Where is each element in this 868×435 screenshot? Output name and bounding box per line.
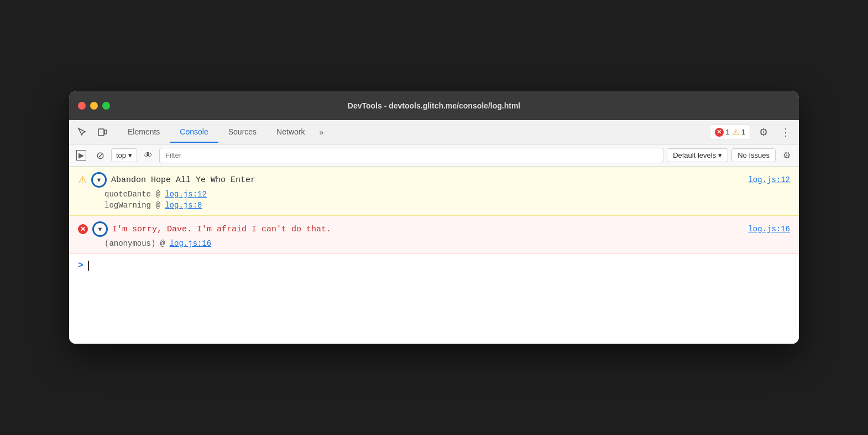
expand-arrow-icon: ▼ xyxy=(96,177,102,183)
svg-rect-1 xyxy=(104,130,107,134)
maximize-button[interactable] xyxy=(102,102,110,110)
error-source-link[interactable]: log.js:16 xyxy=(748,225,790,234)
eye-icon: 👁 xyxy=(144,151,153,160)
warning-message: Abandon Hope All Ye Who Enter xyxy=(111,175,255,185)
tab-sources[interactable]: Sources xyxy=(218,122,266,143)
window-title: DevTools - devtools.glitch.me/console/lo… xyxy=(348,101,520,110)
error-main-left: ✕ ▼ I'm sorry, Dave. I'm afraid I can't … xyxy=(78,221,331,237)
log-levels-selector[interactable]: Default levels ▾ xyxy=(667,148,728,162)
error-message: I'm sorry, Dave. I'm afraid I can't do t… xyxy=(112,225,331,234)
error-stack-line-1: (anonymous) @ log.js:16 xyxy=(78,239,790,248)
error-icon: ✕ xyxy=(715,128,724,137)
dropdown-arrow-icon: ▾ xyxy=(128,151,132,159)
tab-more-button[interactable]: » xyxy=(315,122,328,142)
tabbar-right: ✕ 1 ⚠ 1 ⚙ ⋮ xyxy=(710,123,794,141)
console-toolbar: ▶ ⊘ top ▾ 👁 Default levels ▾ No Issues ⚙ xyxy=(69,144,799,167)
device-icon xyxy=(97,127,107,137)
clear-console-button[interactable]: ⊘ xyxy=(92,148,108,163)
tab-console[interactable]: Console xyxy=(170,122,218,143)
warning-main-left: ⚠ ▼ Abandon Hope All Ye Who Enter xyxy=(78,172,255,188)
console-settings-icon: ⚙ xyxy=(783,150,791,160)
error-expand-button[interactable]: ▼ xyxy=(92,221,108,237)
tab-bar: Elements Console Sources Network » ✕ 1 ⚠… xyxy=(69,120,799,144)
execute-context-button[interactable]: ▶ xyxy=(74,148,89,163)
svg-rect-0 xyxy=(98,129,104,136)
warning-stack-line-1: quoteDante @ log.js:12 xyxy=(78,190,790,199)
error-stack-link-1[interactable]: log.js:16 xyxy=(170,239,212,248)
warning-stack-link-1[interactable]: log.js:12 xyxy=(165,190,207,199)
context-selector[interactable]: top ▾ xyxy=(111,148,137,162)
tab-network[interactable]: Network xyxy=(266,122,315,143)
device-toggle-button[interactable] xyxy=(93,123,111,141)
warning-expand-button[interactable]: ▼ xyxy=(91,172,107,188)
error-log-row: ✕ ▼ I'm sorry, Dave. I'm afraid I can't … xyxy=(69,216,799,254)
tabs-container: Elements Console Sources Network » xyxy=(118,122,710,143)
error-circle-icon: ✕ xyxy=(78,224,88,234)
error-main-line: ✕ ▼ I'm sorry, Dave. I'm afraid I can't … xyxy=(78,221,790,237)
clear-icon: ⊘ xyxy=(96,149,104,162)
warning-triangle-icon: ⚠ xyxy=(78,174,87,186)
close-button[interactable] xyxy=(78,102,86,110)
inspect-icon xyxy=(77,127,87,137)
console-content: ⚠ ▼ Abandon Hope All Ye Who Enter log.js… xyxy=(69,167,799,344)
filter-input[interactable] xyxy=(159,148,663,163)
console-settings-button[interactable]: ⚙ xyxy=(779,148,794,163)
traffic-lights xyxy=(78,102,110,110)
error-warning-badge[interactable]: ✕ 1 ⚠ 1 xyxy=(710,125,750,140)
tabbar-icons xyxy=(74,123,111,141)
warning-stack-link-2[interactable]: log.js:8 xyxy=(165,201,202,210)
console-input-row[interactable]: > xyxy=(69,254,799,277)
live-expressions-button[interactable]: 👁 xyxy=(140,148,156,163)
input-prompt: > xyxy=(78,261,83,271)
error-expand-arrow-icon: ▼ xyxy=(97,226,103,232)
warning-triangle-icon: ⚠ xyxy=(732,127,739,137)
play-icon: ▶ xyxy=(76,150,86,160)
warning-main-line: ⚠ ▼ Abandon Hope All Ye Who Enter log.js… xyxy=(78,172,790,188)
warning-source-link[interactable]: log.js:12 xyxy=(748,175,790,184)
inspect-element-button[interactable] xyxy=(74,123,91,141)
warning-stack-line-2: logWarning @ log.js:8 xyxy=(78,201,790,210)
minimize-button[interactable] xyxy=(90,102,98,110)
titlebar: DevTools - devtools.glitch.me/console/lo… xyxy=(69,91,799,120)
levels-dropdown-icon: ▾ xyxy=(718,151,722,159)
input-cursor xyxy=(88,261,89,271)
devtools-window: DevTools - devtools.glitch.me/console/lo… xyxy=(69,91,799,344)
settings-button[interactable]: ⚙ xyxy=(755,123,772,141)
warning-log-row: ⚠ ▼ Abandon Hope All Ye Who Enter log.js… xyxy=(69,167,799,216)
no-issues-button[interactable]: No Issues xyxy=(731,148,776,162)
more-options-button[interactable]: ⋮ xyxy=(777,123,794,141)
tab-elements[interactable]: Elements xyxy=(118,122,170,143)
